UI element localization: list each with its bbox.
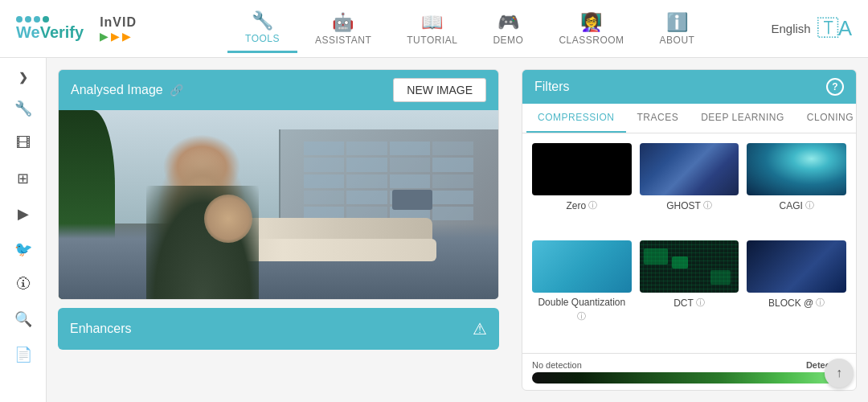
top-nav: We Verify In VID ▶ ▶ ▶ 🔧 TOOLS 🤖 ASSISTA… xyxy=(0,0,868,58)
block-help[interactable]: ⓘ xyxy=(816,297,825,309)
about-icon: ℹ️ xyxy=(666,12,689,33)
filters-header: Filters ? xyxy=(522,70,856,104)
filter-item-dct[interactable]: DCT ⓘ xyxy=(640,240,739,343)
left-sidebar: ❯ 🔧 🎞 ⊞ ▶ 🐦 🛈 🔍 📄 xyxy=(0,58,47,402)
link-icon: 🔗 xyxy=(170,84,183,96)
sidebar-icon-info[interactable]: 🛈 xyxy=(8,268,39,301)
filter-item-dq[interactable]: Double Quantization ⓘ xyxy=(532,240,632,343)
analysed-image-header-left: Analysed Image 🔗 xyxy=(71,83,183,97)
logo-dot-1 xyxy=(16,16,23,23)
dq-help[interactable]: ⓘ xyxy=(577,310,586,322)
new-image-button[interactable]: NEW IMAGE xyxy=(393,78,486,102)
tab-deep-learning[interactable]: DEEP LEARNING xyxy=(690,104,796,133)
enhancers-title: Enhancers xyxy=(70,322,132,336)
arrow-play-orange2: ▶ xyxy=(122,30,131,43)
filter-item-ghost[interactable]: GHOST ⓘ xyxy=(640,143,739,232)
language-label: English xyxy=(771,22,810,35)
filter-label-dct: DCT ⓘ xyxy=(674,297,705,309)
nav-item-about[interactable]: ℹ️ ABOUT xyxy=(642,6,713,52)
warning-icon: ⚠ xyxy=(473,319,487,338)
analysed-image-container xyxy=(59,110,498,299)
sidebar-icon-tools[interactable]: 🔧 xyxy=(6,92,40,125)
nav-item-tutorial[interactable]: 📖 TUTORIAL xyxy=(389,6,475,52)
sidebar-icon-youtube[interactable]: ▶ xyxy=(10,197,37,231)
detection-bar-area: No detection Detection xyxy=(522,353,856,390)
sidebar-icon-film[interactable]: 🎞 xyxy=(8,127,39,160)
translate-icon: 🇹A xyxy=(817,16,852,41)
filters-title: Filters xyxy=(534,80,570,94)
logo-dot-2 xyxy=(25,16,31,23)
assistant-icon: 🤖 xyxy=(332,12,354,33)
nav-item-tools[interactable]: 🔧 TOOLS xyxy=(227,4,297,53)
tools-icon: 🔧 xyxy=(252,10,274,31)
filter-item-block[interactable]: BLOCK @ ⓘ xyxy=(747,240,846,343)
nav-item-classroom[interactable]: 👩‍🏫 CLASSROOM xyxy=(541,6,641,52)
detection-bar xyxy=(532,372,846,384)
main-area: ❯ 🔧 🎞 ⊞ ▶ 🐦 🛈 🔍 📄 Analysed Image 🔗 NEW I… xyxy=(0,58,868,402)
zero-help[interactable]: ⓘ xyxy=(588,199,597,211)
logo-verify: Verify xyxy=(40,23,84,42)
filter-thumb-ghost xyxy=(640,143,739,195)
enhancers-card[interactable]: Enhancers ⚠ xyxy=(58,308,499,350)
logo-dot-4 xyxy=(43,16,49,23)
analysed-image-title: Analysed Image xyxy=(71,83,163,97)
arrow-play-green: ▶ xyxy=(100,30,108,43)
nav-item-assistant[interactable]: 🤖 ASSISTANT xyxy=(297,6,389,52)
sidebar-icon-document[interactable]: 📄 xyxy=(6,338,40,371)
invid-in: In xyxy=(100,15,113,30)
invid-vid: VID xyxy=(113,15,137,30)
weverify-logo[interactable]: We Verify xyxy=(16,16,84,42)
filter-thumb-block xyxy=(747,240,846,293)
detection-bar-labels: No detection Detection xyxy=(532,360,846,370)
filters-card: Filters ? COMPRESSION TRACES DEEP LEARNI… xyxy=(522,69,857,391)
demo-icon: 🎮 xyxy=(497,12,520,33)
nav-item-demo[interactable]: 🎮 DEMO xyxy=(475,6,541,52)
arrow-play-orange: ▶ xyxy=(111,30,120,43)
tab-cloning[interactable]: CLONING xyxy=(796,104,857,133)
no-detection-label: No detection xyxy=(532,360,582,370)
logo-we: We xyxy=(16,23,40,42)
analysed-image-header: Analysed Image 🔗 NEW IMAGE xyxy=(59,70,498,110)
scroll-up-button[interactable]: ↑ xyxy=(825,359,854,388)
filter-label-ghost: GHOST ⓘ xyxy=(666,199,712,211)
filter-label-block: BLOCK @ ⓘ xyxy=(768,297,825,309)
filter-thumb-dq xyxy=(532,240,632,293)
filters-help-icon[interactable]: ? xyxy=(826,78,844,96)
tab-traces[interactable]: TRACES xyxy=(626,104,690,133)
cagi-help[interactable]: ⓘ xyxy=(805,199,814,211)
filters-grid: Zero ⓘ GHOST ⓘ CAGI xyxy=(522,133,856,353)
filter-thumb-dct xyxy=(640,240,739,293)
tab-compression[interactable]: COMPRESSION xyxy=(526,104,626,133)
language-selector[interactable]: English 🇹A xyxy=(771,16,852,41)
center-panel: Analysed Image 🔗 NEW IMAGE xyxy=(47,58,510,402)
filter-item-zero[interactable]: Zero ⓘ xyxy=(532,143,632,232)
tutorial-icon: 📖 xyxy=(421,12,444,33)
filter-label-dq: Double Quantization ⓘ xyxy=(538,297,625,322)
classroom-icon: 👩‍🏫 xyxy=(580,12,603,33)
nav-items: 🔧 TOOLS 🤖 ASSISTANT 📖 TUTORIAL 🎮 DEMO 👩‍… xyxy=(169,4,771,53)
filter-item-cagi[interactable]: CAGI ⓘ xyxy=(747,143,846,232)
logo-dot-3 xyxy=(34,16,40,23)
filter-label-zero: Zero ⓘ xyxy=(566,199,597,211)
ghost-help[interactable]: ⓘ xyxy=(703,199,712,211)
invid-logo[interactable]: In VID ▶ ▶ ▶ xyxy=(100,15,137,43)
sidebar-toggle[interactable]: ❯ xyxy=(12,64,35,90)
filter-thumb-cagi xyxy=(747,143,846,195)
sidebar-icon-twitter[interactable]: 🐦 xyxy=(6,232,40,266)
filter-thumb-zero xyxy=(532,143,632,195)
analysed-image-card: Analysed Image 🔗 NEW IMAGE xyxy=(58,69,499,300)
sidebar-icon-zoom[interactable]: 🔍 xyxy=(6,302,40,336)
right-panel: Filters ? COMPRESSION TRACES DEEP LEARNI… xyxy=(510,58,868,402)
sidebar-icon-keyframes[interactable]: ⊞ xyxy=(9,162,37,195)
dct-help[interactable]: ⓘ xyxy=(696,297,705,309)
filters-tabs: COMPRESSION TRACES DEEP LEARNING CLONING xyxy=(522,104,856,133)
filter-label-cagi: CAGI ⓘ xyxy=(779,199,813,211)
